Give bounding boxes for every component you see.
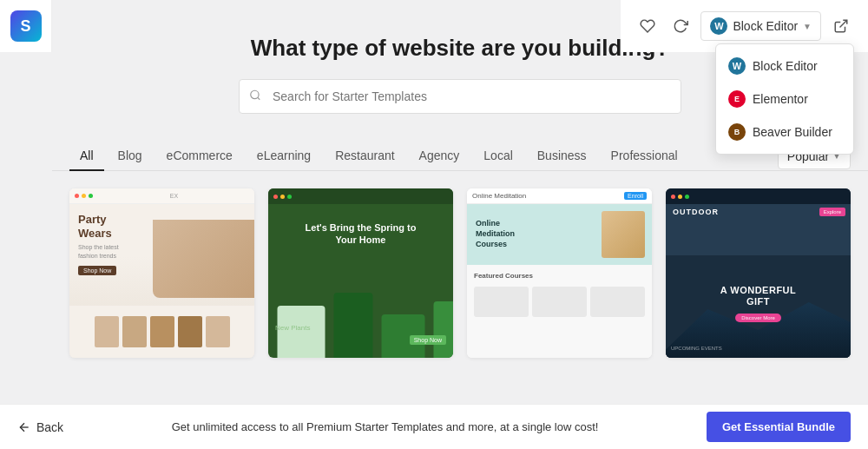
tab-local[interactable]: Local — [473, 142, 523, 171]
tab-professional[interactable]: Professional — [601, 142, 688, 171]
template-card-party-wears[interactable]: EX PartyWears Shop the latestfashion tre… — [69, 188, 254, 358]
svg-line-0 — [840, 20, 847, 27]
search-bar — [239, 79, 681, 114]
chevron-down-icon: ▼ — [803, 22, 812, 31]
template-card-new-plants[interactable]: Let's Bring the Spring toYour Home New P… — [268, 188, 453, 358]
logo-area: S — [0, 0, 52, 52]
wp-icon: W — [710, 17, 727, 35]
block-editor-label: Block Editor — [753, 59, 818, 73]
editor-dropdown-menu: W Block Editor E Elementor B Beaver Buil… — [715, 43, 854, 155]
tab-business[interactable]: Business — [527, 142, 597, 171]
tab-blog[interactable]: Blog — [108, 142, 153, 171]
back-button[interactable]: Back — [17, 420, 63, 434]
template-grid: EX PartyWears Shop the latestfashion tre… — [52, 171, 868, 375]
promo-text: Get unlimited access to all Premium Star… — [172, 420, 599, 433]
back-label: Back — [36, 420, 63, 434]
svg-line-2 — [258, 97, 260, 100]
refresh-button[interactable] — [667, 13, 694, 39]
dropdown-item-beaver-builder[interactable]: B Beaver Builder — [716, 116, 853, 149]
tab-elearning[interactable]: eLearning — [247, 142, 321, 171]
elementor-label: Elementor — [753, 92, 808, 106]
block-editor-icon: W — [728, 57, 746, 75]
external-link-button[interactable] — [828, 13, 854, 39]
bottom-bar: Back Get unlimited access to all Premium… — [0, 404, 868, 449]
beaver-builder-label: Beaver Builder — [753, 125, 832, 139]
template-card-meditation[interactable]: Online Meditation Enroll OnlineMeditatio… — [467, 188, 652, 358]
filter-tabs: All Blog eCommerce eLearning Restaurant … — [69, 142, 778, 170]
app-logo: S — [10, 10, 42, 42]
editor-dropdown-button[interactable]: W Block Editor ▼ — [700, 11, 821, 41]
tab-all[interactable]: All — [69, 142, 104, 171]
tab-agency[interactable]: Agency — [409, 142, 470, 171]
search-icon — [249, 89, 261, 104]
dropdown-item-block-editor[interactable]: W Block Editor — [716, 50, 853, 83]
elementor-icon: E — [728, 90, 746, 108]
dropdown-item-elementor[interactable]: E Elementor — [716, 83, 853, 116]
tab-restaurant[interactable]: Restaurant — [325, 142, 404, 171]
search-input[interactable] — [239, 79, 681, 114]
editor-dropdown-label: Block Editor — [733, 19, 798, 33]
essential-bundle-button[interactable]: Get Essential Bundle — [707, 412, 851, 442]
svg-point-1 — [251, 90, 259, 98]
favorites-button[interactable] — [635, 13, 661, 39]
template-card-outdoor[interactable]: OUTDOOR Explore A WONDERFULGIFT Discover… — [666, 188, 851, 358]
tab-ecommerce[interactable]: eCommerce — [156, 142, 243, 171]
beaver-builder-icon: B — [728, 123, 746, 141]
